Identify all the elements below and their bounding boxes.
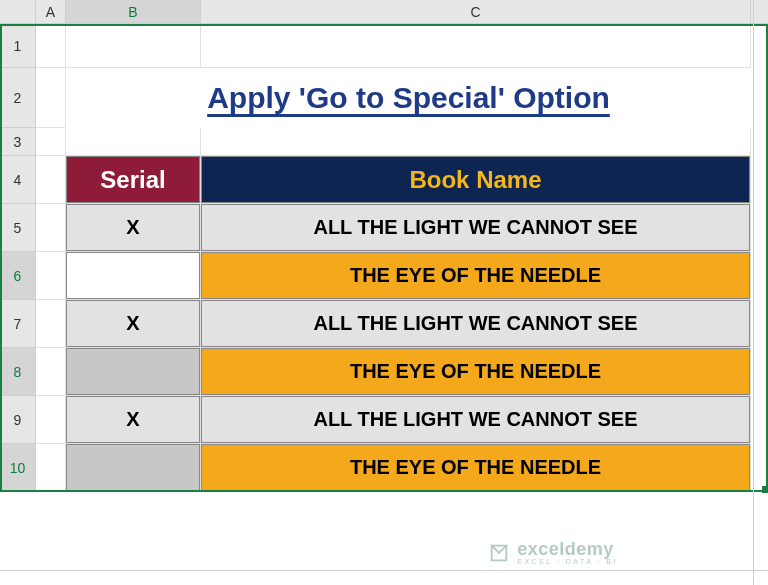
book-6: THE EYE OF THE NEEDLE xyxy=(201,252,750,299)
cell-A3[interactable] xyxy=(36,128,66,156)
cell-B8[interactable] xyxy=(66,348,201,396)
cell-A2[interactable] xyxy=(36,68,66,128)
serial-8 xyxy=(66,348,200,395)
logo-icon xyxy=(488,542,510,564)
page-title: Apply 'Go to Special' Option xyxy=(207,81,610,115)
cell-A9[interactable] xyxy=(36,396,66,444)
row-8: 8 THE EYE OF THE NEEDLE xyxy=(0,348,768,396)
title-cell[interactable]: Apply 'Go to Special' Option xyxy=(66,68,751,128)
serial-5: X xyxy=(66,204,200,251)
col-C[interactable]: C xyxy=(201,0,751,23)
row-4: 4 Serial Book Name xyxy=(0,156,768,204)
row-header-2[interactable]: 2 xyxy=(0,68,36,128)
serial-9: X xyxy=(66,396,200,443)
watermark: exceldemy EXCEL · DATA · BI xyxy=(488,540,618,565)
row-2: 2 Apply 'Go to Special' Option xyxy=(0,68,768,128)
header-book: Book Name xyxy=(201,156,750,203)
row-header-9[interactable]: 9 xyxy=(0,396,36,444)
cell-A4[interactable] xyxy=(36,156,66,204)
row-header-8[interactable]: 8 xyxy=(0,348,36,396)
select-all-corner[interactable] xyxy=(0,0,36,23)
cell-C4[interactable]: Book Name xyxy=(201,156,751,204)
cell-C3[interactable] xyxy=(201,128,751,156)
row-6: 6 THE EYE OF THE NEEDLE xyxy=(0,252,768,300)
cell-C5[interactable]: ALL THE LIGHT WE CANNOT SEE xyxy=(201,204,751,252)
cell-A10[interactable] xyxy=(36,444,66,492)
row-header-6[interactable]: 6 xyxy=(0,252,36,300)
cell-B4[interactable]: Serial xyxy=(66,156,201,204)
row-9: 9 X ALL THE LIGHT WE CANNOT SEE xyxy=(0,396,768,444)
cell-B1[interactable] xyxy=(66,24,201,68)
book-7: ALL THE LIGHT WE CANNOT SEE xyxy=(201,300,750,347)
column-headers: A B C xyxy=(0,0,768,24)
grid-edge-right xyxy=(753,0,754,585)
cell-C9[interactable]: ALL THE LIGHT WE CANNOT SEE xyxy=(201,396,751,444)
cell-C1[interactable] xyxy=(201,24,751,68)
col-A[interactable]: A xyxy=(36,0,66,23)
cell-A5[interactable] xyxy=(36,204,66,252)
row-area: 1 2 Apply 'Go to Special' Option 3 4 Ser… xyxy=(0,24,768,492)
row-header-3[interactable]: 3 xyxy=(0,128,36,156)
row-header-1[interactable]: 1 xyxy=(0,24,36,68)
cell-C8[interactable]: THE EYE OF THE NEEDLE xyxy=(201,348,751,396)
serial-6 xyxy=(66,252,200,299)
row-1: 1 xyxy=(0,24,768,68)
cell-B5[interactable]: X xyxy=(66,204,201,252)
cell-A6[interactable] xyxy=(36,252,66,300)
row-10: 10 THE EYE OF THE NEEDLE xyxy=(0,444,768,492)
row-header-4[interactable]: 4 xyxy=(0,156,36,204)
watermark-sub: EXCEL · DATA · BI xyxy=(517,558,618,565)
row-header-7[interactable]: 7 xyxy=(0,300,36,348)
spreadsheet: A B C 1 2 Apply 'Go to Special' Option 3… xyxy=(0,0,768,585)
serial-7: X xyxy=(66,300,200,347)
cell-B3[interactable] xyxy=(66,128,201,156)
cell-B7[interactable]: X xyxy=(66,300,201,348)
serial-10 xyxy=(66,444,200,491)
row-header-10[interactable]: 10 xyxy=(0,444,36,492)
cell-A7[interactable] xyxy=(36,300,66,348)
cell-A1[interactable] xyxy=(36,24,66,68)
row-5: 5 X ALL THE LIGHT WE CANNOT SEE xyxy=(0,204,768,252)
cell-C6[interactable]: THE EYE OF THE NEEDLE xyxy=(201,252,751,300)
cell-B10[interactable] xyxy=(66,444,201,492)
book-9: ALL THE LIGHT WE CANNOT SEE xyxy=(201,396,750,443)
book-5: ALL THE LIGHT WE CANNOT SEE xyxy=(201,204,750,251)
watermark-main: exceldemy xyxy=(517,540,618,558)
cell-B6[interactable] xyxy=(66,252,201,300)
book-8: THE EYE OF THE NEEDLE xyxy=(201,348,750,395)
book-10: THE EYE OF THE NEEDLE xyxy=(201,444,750,491)
cell-B9[interactable]: X xyxy=(66,396,201,444)
grid-edge-bottom xyxy=(0,570,768,571)
row-header-5[interactable]: 5 xyxy=(0,204,36,252)
header-serial: Serial xyxy=(66,156,200,203)
row-7: 7 X ALL THE LIGHT WE CANNOT SEE xyxy=(0,300,768,348)
cell-A8[interactable] xyxy=(36,348,66,396)
svg-marker-0 xyxy=(492,545,507,560)
cell-C10[interactable]: THE EYE OF THE NEEDLE xyxy=(201,444,751,492)
col-B[interactable]: B xyxy=(66,0,201,23)
cell-C7[interactable]: ALL THE LIGHT WE CANNOT SEE xyxy=(201,300,751,348)
row-3: 3 xyxy=(0,128,768,156)
